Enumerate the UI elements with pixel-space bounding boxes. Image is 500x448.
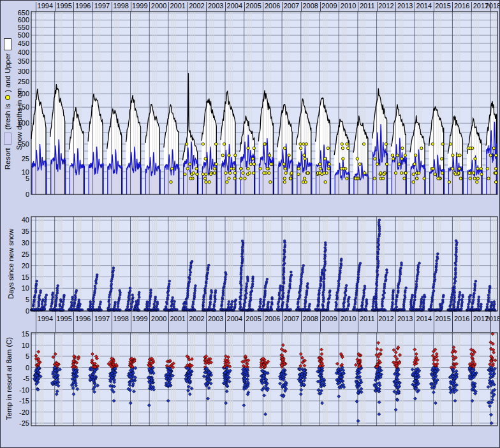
year-separator-top [149, 2, 150, 11]
year-separator-top [452, 2, 453, 11]
year-separator-top [73, 2, 74, 11]
snow-depth-tick-label: 400 [1, 48, 29, 56]
year-label-top: 2003 [206, 2, 225, 10]
year-separator-top [206, 2, 207, 11]
year-separator-middle [263, 312, 263, 332]
year-separator-middle [358, 312, 358, 332]
snow-depth-tick-label: 350 [1, 57, 29, 65]
year-separator-middle [112, 312, 112, 332]
year-separator-middle [73, 312, 74, 332]
temp-tick-label: 15 [1, 330, 29, 338]
year-separator-middle [415, 312, 415, 332]
snow-depth-panel [31, 11, 497, 194]
snow-depth-tick-label: 450 [1, 40, 29, 47]
year-separator-middle [471, 312, 472, 332]
year-separator-middle [36, 312, 36, 332]
year-separator-top [263, 2, 263, 11]
year-separator-middle [168, 312, 169, 332]
year-label-top: 1994 [36, 2, 55, 10]
year-separator-top [320, 2, 321, 11]
year-label-top: 2004 [225, 2, 244, 10]
year-label-middle: 2018 [483, 315, 500, 323]
year-separator-middle [434, 312, 434, 332]
snow-depth-tick-label: 550 [1, 24, 29, 31]
year-separator-middle [131, 312, 131, 332]
temperature-panel [31, 332, 497, 426]
year-label-middle: 2009 [320, 315, 339, 323]
year-label-top: 2013 [395, 2, 415, 10]
year-separator-middle [188, 312, 188, 332]
year-separator-middle [149, 312, 150, 332]
year-separator-top [377, 2, 378, 11]
year-label-middle: 1998 [112, 315, 131, 323]
snow-depth-tick-label: 150 [1, 103, 29, 111]
year-label-middle: 2013 [395, 315, 415, 323]
snow-depth-tick-label: 300 [1, 68, 29, 75]
year-separator-middle [490, 312, 491, 332]
year-separator-middle [206, 312, 207, 332]
year-separator-top [395, 2, 396, 11]
year-separator-top [112, 2, 112, 11]
year-label-top: 2018 [483, 2, 500, 10]
year-separator-top [282, 2, 283, 11]
year-label-middle: 1995 [55, 315, 74, 323]
year-label-middle: 2011 [358, 315, 377, 323]
year-label-middle: 2008 [301, 315, 320, 323]
snow-depth-tick-label: 5 [1, 175, 29, 182]
year-label-top: 2009 [320, 2, 339, 10]
year-separator-middle [92, 312, 93, 332]
snow-history-figure: Resort (fresh is ) and Upper Snow depths… [0, 0, 500, 448]
year-label-top: 2006 [263, 2, 282, 10]
year-label-top: 2011 [358, 2, 377, 10]
year-label-middle: 2006 [263, 315, 282, 323]
days-since-snow-panel [30, 217, 497, 312]
year-separator-middle [225, 312, 226, 332]
year-label-top: 1999 [130, 2, 149, 10]
year-label-middle: 2010 [339, 315, 358, 323]
temp-tick-label: 5 [1, 352, 29, 360]
year-label-middle: 2005 [244, 315, 263, 323]
year-label-top: 2010 [339, 2, 358, 10]
year-label-top: 2008 [301, 2, 320, 10]
year-label-middle: 2003 [206, 315, 225, 323]
year-separator-middle [320, 312, 321, 332]
days-tick-label: 5 [1, 296, 29, 303]
year-separator-top [471, 2, 472, 11]
year-label-middle: 2004 [225, 315, 244, 323]
days-tick-label: 15 [1, 273, 29, 281]
year-label-middle: 1996 [73, 315, 92, 323]
year-separator-top [188, 2, 188, 11]
days-tick-label: 35 [1, 228, 29, 235]
year-separator-top [490, 2, 491, 11]
year-label-middle: 2012 [376, 315, 395, 323]
year-separator-middle [55, 312, 55, 332]
year-separator-middle [339, 312, 339, 332]
temp-tick-label: -5 [1, 375, 29, 382]
chart-canvas [1, 1, 500, 448]
year-label-middle: 2015 [434, 315, 453, 323]
year-separator-middle [452, 312, 453, 332]
year-separator-top [36, 2, 36, 11]
year-label-middle: 1999 [130, 315, 149, 323]
temp-tick-label: 10 [1, 342, 29, 349]
snow-depth-tick-label: 600 [1, 16, 29, 24]
snow-depth-tick-label: 25 [1, 155, 29, 163]
days-tick-label: 40 [1, 216, 29, 224]
days-tick-label: 25 [1, 250, 29, 258]
temp-tick-label: -10 [1, 386, 29, 394]
year-separator-middle [377, 312, 378, 332]
snow-depth-tick-label: 50 [1, 140, 29, 148]
year-separator-middle [395, 312, 396, 332]
year-label-top: 1997 [92, 2, 112, 10]
year-label-top: 2002 [187, 2, 206, 10]
year-label-middle: 2014 [415, 315, 434, 323]
year-separator-top [244, 2, 245, 11]
year-label-top: 2001 [168, 2, 188, 10]
year-label-top: 2015 [434, 2, 453, 10]
year-separator-top [339, 2, 339, 11]
year-label-top: 2005 [244, 2, 263, 10]
snow-depth-tick-label: 100 [1, 119, 29, 127]
year-label-top: 2012 [376, 2, 395, 10]
snow-depth-tick-label: 250 [1, 78, 29, 85]
year-separator-top [131, 2, 131, 11]
